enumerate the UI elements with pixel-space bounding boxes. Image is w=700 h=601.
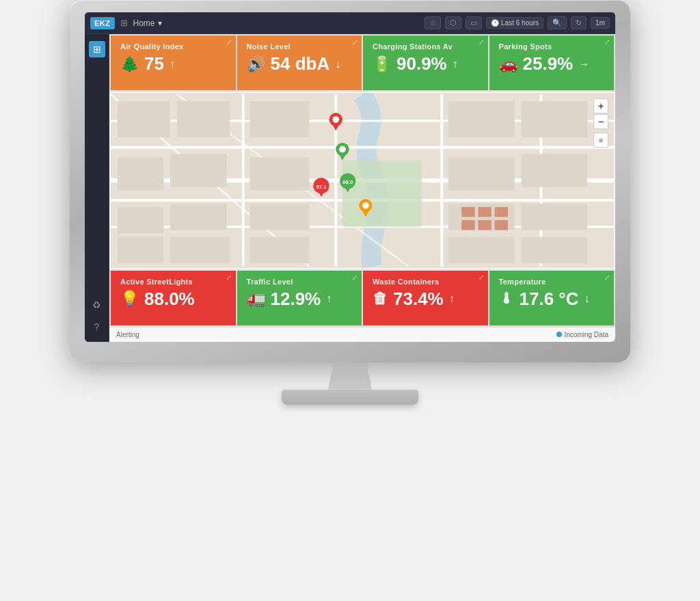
kpi-streetlights[interactable]: ⤢ Active StreetLights 💡 88.0%	[111, 271, 236, 325]
kpi-bottom-row: ⤢ Active StreetLights 💡 88.0% ⤢ Traffic …	[109, 269, 615, 327]
svg-rect-18	[118, 237, 164, 263]
resize-icon-6: ⤢	[352, 273, 358, 281]
parking-title: Parking Spots	[499, 42, 605, 51]
sidebar: ⊞ ♻ ?	[85, 34, 109, 342]
monitor-base	[282, 390, 418, 405]
temperature-title: Temperature	[499, 278, 605, 286]
traffic-value-row: 🚛 12.9% ↑	[247, 289, 353, 310]
svg-rect-23	[250, 237, 309, 263]
svg-rect-26	[448, 157, 515, 190]
kpi-charging[interactable]: ⤢ Charging Stations Av 🔋 90.9% ↑	[363, 36, 488, 90]
sidebar-item-help[interactable]: ?	[89, 319, 105, 335]
svg-rect-25	[521, 101, 587, 137]
temperature-value: 17.6 °C	[520, 289, 579, 310]
battery-icon: 🔋	[373, 55, 391, 73]
streetlights-value: 88.0%	[144, 289, 195, 310]
kpi-air-quality[interactable]: ⤢ Air Quality Index 🌲 75 ↑	[111, 36, 236, 90]
svg-rect-31	[521, 237, 587, 263]
svg-rect-21	[250, 157, 309, 190]
svg-rect-29	[521, 204, 587, 230]
kpi-temperature[interactable]: ⤢ Temperature 🌡 17.6 °C ↓	[489, 271, 615, 325]
svg-rect-16	[118, 207, 164, 234]
charging-arrow: ↑	[453, 58, 458, 70]
svg-rect-35	[495, 207, 508, 217]
status-bar: Alerting Incoming Data	[109, 327, 615, 342]
sidebar-item-grid[interactable]: ⊞	[89, 41, 105, 57]
noise-value: 54 dbA	[271, 53, 330, 75]
parking-value: 25.9%	[523, 53, 574, 75]
monitor: EKZ ⊞ Home ▾ ☆ ⬡ ▭ 🕐 Last 6 hours	[70, 0, 630, 601]
svg-rect-38	[495, 220, 508, 230]
clock-icon: 🕐	[491, 19, 499, 27]
charging-value-row: 🔋 90.9% ↑	[373, 53, 479, 75]
kpi-parking[interactable]: ⤢ Parking Spots 🚗 25.9% →	[489, 36, 615, 90]
svg-rect-32	[342, 161, 422, 227]
streetlights-title: Active StreetLights	[120, 278, 226, 286]
resize-icon-2: ⤢	[352, 38, 358, 46]
svg-point-44	[339, 146, 346, 153]
svg-text:57.1: 57.1	[316, 184, 327, 190]
svg-rect-24	[448, 101, 515, 137]
kpi-noise[interactable]: ⤢ Noise Level 🔊 54 dbA ↓	[237, 36, 362, 90]
refresh-button[interactable]: ↻	[571, 16, 587, 29]
svg-rect-17	[170, 204, 226, 230]
parking-value-row: 🚗 25.9% →	[499, 53, 605, 75]
streetlights-value-row: 💡 88.0%	[120, 289, 226, 310]
air-quality-value-row: 🌲 75 ↑	[120, 53, 226, 75]
svg-point-53	[362, 202, 369, 209]
traffic-value: 12.9%	[271, 289, 321, 310]
charging-value: 90.9%	[396, 53, 447, 75]
breadcrumb-home[interactable]: Home	[133, 18, 155, 28]
svg-rect-14	[118, 157, 164, 190]
traffic-arrow: ↑	[326, 293, 332, 305]
grid-icon[interactable]: ⊞	[120, 18, 128, 28]
status-dot	[556, 332, 562, 337]
truck-icon: 🚛	[247, 290, 265, 308]
map-controls: + − ≡	[593, 98, 608, 148]
trash-icon: 🗑	[373, 290, 388, 308]
layers-button[interactable]: ≡	[593, 133, 608, 148]
kpi-waste[interactable]: ⤢ Waste Containers 🗑 73.4% ↑	[363, 271, 488, 325]
air-quality-title: Air Quality Index	[120, 42, 226, 51]
waste-arrow: ↑	[449, 293, 455, 305]
svg-rect-12	[118, 101, 170, 137]
svg-rect-36	[461, 220, 474, 230]
zoom-out-button[interactable]: −	[593, 114, 608, 129]
svg-rect-19	[170, 237, 230, 263]
app-container: EKZ ⊞ Home ▾ ☆ ⬡ ▭ 🕐 Last 6 hours	[85, 12, 615, 342]
noise-arrow: ↓	[335, 58, 340, 70]
svg-rect-37	[478, 220, 491, 230]
star-button[interactable]: ☆	[425, 16, 441, 29]
breadcrumb: Home ▾	[133, 18, 162, 28]
sidebar-item-recycle[interactable]: ♻	[89, 297, 105, 313]
svg-rect-13	[177, 101, 230, 137]
monitor-bezel: EKZ ⊞ Home ▾ ☆ ⬡ ▭ 🕐 Last 6 hours	[70, 0, 630, 362]
temperature-value-row: 🌡 17.6 °C ↓	[499, 289, 605, 310]
sidebar-bottom: ♻ ?	[89, 297, 105, 335]
zoom-in-button[interactable]: +	[593, 98, 608, 113]
top-bar-right: ☆ ⬡ ▭ 🕐 Last 6 hours 🔍 ↻ 1m	[425, 16, 610, 29]
resize-icon-3: ⤢	[479, 38, 484, 46]
search-button[interactable]: 🔍	[548, 16, 567, 29]
map-svg: 57.1 86.0	[111, 93, 614, 268]
svg-rect-27	[521, 154, 587, 187]
temperature-arrow: ↓	[584, 293, 590, 305]
resize-icon-4: ⤢	[604, 38, 610, 46]
map-area[interactable]: 57.1 86.0	[111, 93, 614, 268]
kpi-traffic[interactable]: ⤢ Traffic Level 🚛 12.9% ↑	[237, 271, 362, 325]
alerting-label: Alerting	[116, 331, 139, 338]
svg-rect-15	[170, 154, 226, 187]
zoom-selector[interactable]: 1m	[591, 17, 610, 29]
screen-button[interactable]: ▭	[466, 16, 482, 29]
tree-icon: 🌲	[120, 55, 139, 73]
air-quality-value: 75	[144, 53, 164, 75]
resize-icon-8: ⤢	[604, 273, 610, 281]
speaker-icon: 🔊	[247, 55, 265, 73]
share-button[interactable]: ⬡	[445, 16, 461, 29]
parking-arrow: →	[578, 58, 589, 70]
air-quality-arrow: ↑	[170, 58, 175, 70]
zoom-label: 1m	[595, 19, 605, 27]
car-icon: 🚗	[499, 55, 517, 73]
resize-icon-7: ⤢	[479, 273, 484, 281]
time-selector[interactable]: 🕐 Last 6 hours	[486, 17, 543, 29]
